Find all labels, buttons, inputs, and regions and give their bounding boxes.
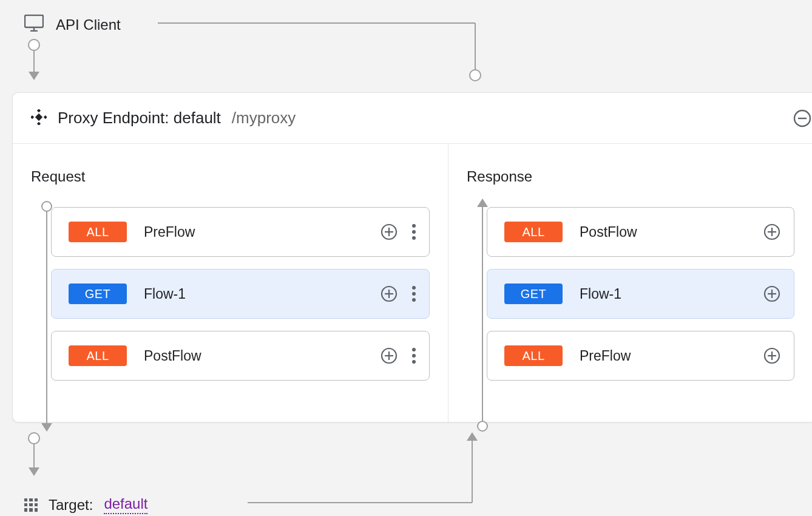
svg-rect-15	[44, 115, 47, 118]
svg-rect-9	[25, 15, 43, 27]
svg-point-29	[412, 292, 416, 296]
collapse-icon[interactable]	[793, 109, 812, 128]
verb-badge: ALL	[69, 345, 127, 366]
flow-row[interactable]: ALL PreFlow	[487, 331, 794, 381]
verb-badge: GET	[504, 283, 563, 304]
diamond-icon	[31, 109, 47, 127]
flow-row[interactable]: GET Flow-1	[487, 269, 794, 319]
panel-header: Proxy Endpoint: default /myproxy	[13, 93, 812, 144]
svg-point-22	[412, 224, 416, 228]
svg-rect-12	[37, 109, 41, 112]
svg-point-36	[412, 360, 416, 364]
flow-row[interactable]: ALL PostFlow	[487, 207, 794, 257]
svg-point-28	[412, 286, 416, 290]
flow-name: PreFlow	[580, 348, 631, 364]
panel-path: /myproxy	[232, 109, 296, 127]
monitor-icon	[24, 15, 44, 35]
request-title: Request	[31, 168, 430, 185]
add-step-icon[interactable]	[381, 223, 398, 240]
response-axis-end	[477, 421, 488, 432]
response-column: Response ALL PostFlow GET Flow-1	[448, 144, 812, 422]
response-title: Response	[467, 168, 794, 185]
verb-badge: ALL	[504, 345, 563, 366]
verb-badge: GET	[69, 283, 127, 304]
target-label: Target:	[49, 497, 93, 514]
proxy-endpoint-panel: Proxy Endpoint: default /myproxy Request…	[12, 92, 812, 423]
flow-name: Flow-1	[580, 286, 621, 302]
add-step-icon[interactable]	[763, 347, 780, 364]
more-icon[interactable]	[412, 286, 416, 302]
verb-badge: ALL	[69, 222, 127, 242]
verb-badge: ALL	[504, 222, 563, 242]
target-link[interactable]: default	[104, 495, 147, 514]
more-icon[interactable]	[412, 224, 416, 240]
request-axis-arrow	[41, 423, 52, 432]
request-flows: ALL PreFlow GET Flow-1 ALL	[51, 207, 430, 381]
flow-name: PostFlow	[580, 224, 637, 240]
svg-point-24	[412, 236, 416, 240]
add-step-icon[interactable]	[381, 347, 398, 364]
svg-point-4	[470, 70, 481, 81]
target-row: Target: default	[24, 495, 147, 514]
flow-name: PostFlow	[144, 348, 201, 364]
response-axis	[482, 206, 483, 427]
flow-row[interactable]: ALL PostFlow	[51, 331, 430, 381]
response-flows: ALL PostFlow GET Flow-1 ALL PreFlow	[487, 207, 794, 381]
svg-rect-14	[31, 115, 34, 118]
svg-point-23	[412, 230, 416, 234]
flow-row[interactable]: ALL PreFlow	[51, 207, 430, 257]
add-step-icon[interactable]	[381, 285, 398, 302]
flow-row[interactable]: GET Flow-1	[51, 269, 430, 319]
svg-point-30	[412, 298, 416, 302]
svg-point-0	[29, 39, 39, 50]
panel-title: Proxy Endpoint: default	[58, 109, 221, 127]
flow-name: Flow-1	[144, 286, 186, 302]
api-client-row: API Client	[24, 15, 121, 35]
request-column: Request ALL PreFlow GET Flow-1	[13, 144, 448, 422]
api-client-label: API Client	[56, 16, 121, 33]
svg-rect-13	[37, 121, 41, 124]
flow-name: PreFlow	[144, 224, 195, 240]
more-icon[interactable]	[412, 348, 416, 364]
svg-point-34	[412, 348, 416, 351]
panel-body: Request ALL PreFlow GET Flow-1	[13, 144, 812, 422]
svg-point-5	[29, 433, 39, 444]
add-step-icon[interactable]	[763, 223, 780, 240]
add-step-icon[interactable]	[763, 285, 780, 302]
request-axis	[46, 206, 47, 427]
svg-rect-16	[35, 113, 42, 120]
apps-icon	[24, 498, 38, 512]
svg-point-35	[412, 354, 416, 358]
response-axis-arrow	[477, 199, 488, 207]
